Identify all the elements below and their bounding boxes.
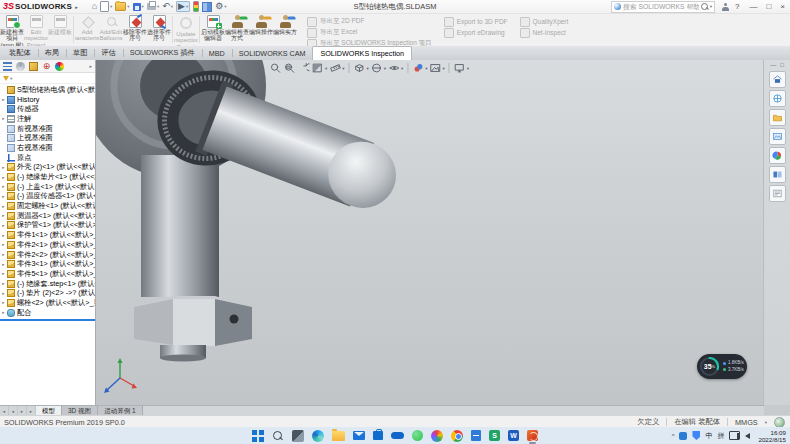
tree-item[interactable]: ▸History <box>0 95 95 105</box>
apply-scene-icon[interactable]: ▾ <box>430 62 445 74</box>
dropdown-caret-icon[interactable]: ▾ <box>127 4 129 9</box>
performance-overlay[interactable]: 35% 1.8KB/s 3.7KB/s <box>697 354 747 379</box>
tab-MBD[interactable]: MBD <box>202 46 232 60</box>
tree-item[interactable]: ▸固定螺栓<1> (默认<<默认>_显示状 <box>0 201 95 211</box>
body-cylinder[interactable] <box>141 155 219 297</box>
expand-arrow-icon[interactable]: ▸ <box>0 175 7 180</box>
onedrive-icon[interactable] <box>391 432 404 439</box>
select-cursor-icon[interactable]: ▶▾ <box>176 1 190 12</box>
tree-item[interactable]: ▸零件2<1> (默认<<默认>_显示状态 <box>0 240 95 250</box>
tab-SOLIDWORKS Inspection[interactable]: SOLIDWORKS Inspection <box>312 46 412 60</box>
tree-item[interactable]: 传感器 <box>0 104 95 114</box>
tree-filter[interactable]: ▾ <box>0 73 95 84</box>
app-green-circle-icon[interactable] <box>412 430 423 441</box>
ribbon-button-edit-supplier[interactable]: 编辑实方 <box>273 13 297 46</box>
options-columns-icon[interactable] <box>202 2 212 12</box>
ribbon-button-template-editor[interactable]: 启动模板编辑器 <box>201 13 225 46</box>
search-box[interactable]: 搜索 SOLIDWORKS 帮助 ▾ <box>611 1 715 13</box>
view-orientation-icon[interactable]: ▾ <box>353 62 368 74</box>
expand-arrow-icon[interactable]: ▸ <box>0 291 7 296</box>
expand-arrow-icon[interactable]: ▸ <box>0 204 7 209</box>
measure-icon[interactable]: ▾ <box>329 62 344 74</box>
tree-item[interactable]: ▸零件2<2> (默认<<默认>_显示状态 <box>0 250 95 260</box>
dropdown-caret-icon[interactable]: ▾ <box>425 66 427 71</box>
dropdown-caret-icon[interactable]: ▾ <box>467 66 469 71</box>
tree-item[interactable]: 上视基准面 <box>0 133 95 143</box>
open-icon[interactable]: ▾ <box>115 2 129 11</box>
hex-nut[interactable] <box>134 296 252 346</box>
dropdown-caret-icon[interactable]: ▾ <box>384 66 386 71</box>
tree-item[interactable]: ▸螺栓<2> (默认<<默认>_显示状态 <box>0 298 95 308</box>
expand-arrow-icon[interactable]: ▸ <box>0 242 7 247</box>
tree-item[interactable]: ▸零件3<1> (默认<<默认>_显示状态 <box>0 259 95 269</box>
mail-icon[interactable] <box>353 431 365 440</box>
ribbon-button-new-inspection-project[interactable]: 新建检查项目(smp.树) <box>0 13 24 46</box>
tray-volume-icon[interactable] <box>745 433 750 439</box>
expand-arrow-icon[interactable]: ▸ <box>0 184 7 189</box>
tree-item[interactable]: ▸外壳 (2)<1> (默认<<默认>_显示状 <box>0 163 95 173</box>
tray-chevron-icon[interactable]: ^ <box>672 433 675 439</box>
displaymanager-icon[interactable] <box>55 62 64 71</box>
ribbon-button-reorder-balloon[interactable]: 选择零件序号 <box>147 13 171 46</box>
expand-arrow-icon[interactable]: ▸ <box>0 310 7 315</box>
zoom-to-area-icon[interactable] <box>284 62 296 74</box>
dropdown-caret-icon[interactable]: ▾ <box>366 66 368 71</box>
tree-item[interactable]: ▸(-) 绝缘垫片<1> (默认<<默认>_显 <box>0 172 95 182</box>
tab-SOLIDWORKS 插件[interactable]: SOLIDWORKS 插件 <box>123 46 202 60</box>
display-style-icon[interactable]: ▾ <box>371 62 386 74</box>
previous-view-icon[interactable] <box>298 62 310 74</box>
file-explorer-icon[interactable] <box>769 109 786 126</box>
graphics-viewport[interactable]: ▾▾▾▾▾▾▾▾ <box>96 60 763 405</box>
browser-colorwheel-icon[interactable] <box>431 430 443 442</box>
search-button[interactable] <box>272 430 284 442</box>
expand-arrow-icon[interactable]: ▸ <box>0 281 7 286</box>
window-panes-icon[interactable] <box>769 166 786 183</box>
minimize-button[interactable]: — <box>749 2 757 11</box>
tree-item[interactable]: ▸注解 <box>0 114 95 124</box>
tree-splitter[interactable] <box>0 319 95 321</box>
tree-item[interactable]: ▸(-) 绝缘套.step<1> (默认<<默认 <box>0 279 95 289</box>
expand-arrow-icon[interactable]: ▸ <box>0 165 7 170</box>
view-palette-icon[interactable] <box>769 128 786 145</box>
dropdown-caret-icon[interactable]: ▾ <box>443 66 445 71</box>
dropdown-caret-icon[interactable]: ▾ <box>325 66 327 71</box>
app-s-green-icon[interactable]: S <box>489 430 500 441</box>
custom-properties-icon[interactable] <box>769 185 786 202</box>
viewport-minimize-icon[interactable]: — <box>770 62 776 68</box>
expand-arrow-icon[interactable]: ▸ <box>0 252 7 257</box>
units-selector[interactable]: MMGS <box>735 418 758 427</box>
featuremanager-tree-icon[interactable] <box>3 62 12 71</box>
filter-caret-icon[interactable]: ▾ <box>10 76 12 81</box>
rebuild-icon[interactable] <box>193 1 199 12</box>
dimxpertmanager-icon[interactable]: ⊕ <box>42 62 51 71</box>
propertymanager-icon[interactable] <box>16 62 25 71</box>
tree-item[interactable]: ▸测温器<1> (默认<<默认>_显示状 <box>0 211 95 221</box>
expand-arrow-icon[interactable]: ▸ <box>0 97 7 102</box>
dropdown-caret-icon[interactable]: ▾ <box>224 4 226 9</box>
ribbon-button-remove-balloon[interactable]: 移除零件序号 <box>123 13 147 46</box>
tree-item[interactable]: ▸零件1<1> (默认<<默认>_显示状态 <box>0 230 95 240</box>
tree-item[interactable]: ▸(-) 上盖<1> (默认<<默认>_显示状 <box>0 182 95 192</box>
edge-icon[interactable] <box>312 430 324 442</box>
dropdown-caret-icon[interactable]: ▾ <box>110 4 112 9</box>
section-view-icon[interactable]: ▾ <box>312 62 327 74</box>
user-account-icon[interactable] <box>721 3 729 11</box>
edit-appearance-icon[interactable]: ▾ <box>412 62 427 74</box>
store-icon[interactable] <box>373 431 383 440</box>
expand-arrow-icon[interactable]: ▸ <box>0 271 7 276</box>
resources-home-icon[interactable] <box>769 71 786 88</box>
tree-item[interactable]: S型铂铑热电偶 (默认<默认_显示状态-1 <box>0 85 95 95</box>
tab-装配体[interactable]: 装配体 <box>2 46 38 60</box>
file-explorer-icon[interactable] <box>332 431 345 441</box>
expand-arrow-icon[interactable]: ▸ <box>0 262 7 267</box>
tab-草图[interactable]: 草图 <box>66 46 94 60</box>
menu-expand-arrow-icon[interactable]: ▸ <box>75 4 78 10</box>
restore-button[interactable]: □ <box>766 2 771 11</box>
solidworks-taskbar-icon[interactable] <box>527 430 538 441</box>
configurationmanager-icon[interactable] <box>29 62 38 71</box>
dropdown-caret-icon[interactable]: ▾ <box>142 4 144 9</box>
task-view-button[interactable] <box>292 430 304 442</box>
hide-show-items-icon[interactable]: ▾ <box>388 62 403 74</box>
view-settings-icon[interactable]: ▾ <box>454 62 469 74</box>
zoom-to-fit-icon[interactable] <box>270 62 282 74</box>
